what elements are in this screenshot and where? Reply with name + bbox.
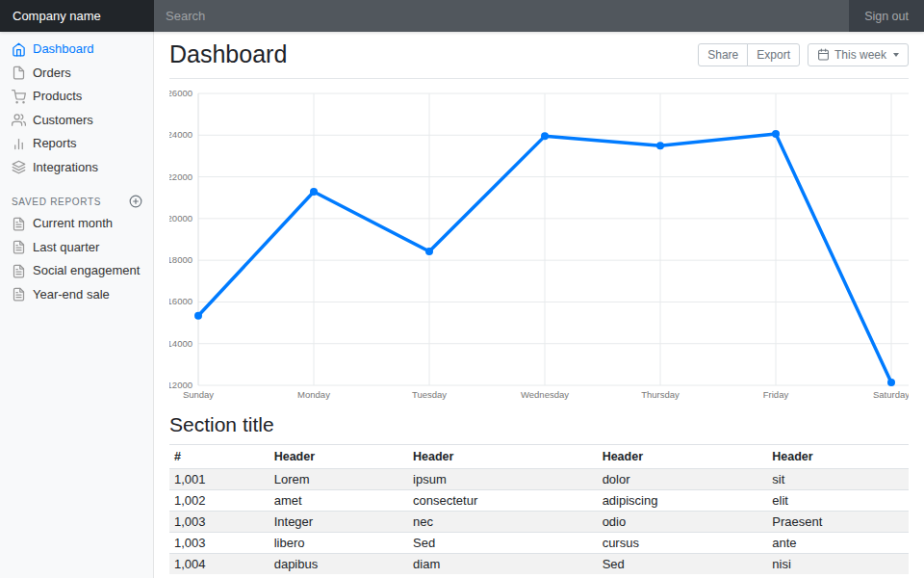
table-header-cell: Header xyxy=(767,445,909,469)
caret-down-icon xyxy=(893,53,899,57)
share-button[interactable]: Share xyxy=(698,43,748,66)
sidebar-item-customers[interactable]: Customers xyxy=(0,109,154,133)
table-cell: nisi xyxy=(767,554,909,575)
table-cell: consectetur xyxy=(408,490,598,512)
saved-reports-nav: Current monthLast quarterSocial engageme… xyxy=(0,212,154,306)
calendar-icon xyxy=(817,48,830,61)
file-text-icon xyxy=(12,264,26,278)
sidebar-item-products[interactable]: Products xyxy=(0,85,154,109)
period-label: This week xyxy=(834,47,886,63)
x-tick-label: Wednesday xyxy=(521,389,569,400)
sidebar-item-current-month[interactable]: Current month xyxy=(0,212,154,236)
table-cell: dolor xyxy=(598,469,768,490)
sidebar-item-label: Social engagement xyxy=(33,263,140,279)
sidebar-item-orders[interactable]: Orders xyxy=(0,62,154,86)
table-header-cell: Header xyxy=(598,445,768,469)
sidebar-item-integrations[interactable]: Integrations xyxy=(0,156,154,180)
sidebar: DashboardOrdersProductsCustomersReportsI… xyxy=(0,32,154,578)
x-tick-label: Saturday xyxy=(873,389,909,400)
toolbar: Share Export This week xyxy=(698,43,909,66)
sidebar-item-label: Last quarter xyxy=(33,240,99,256)
chart-data-point xyxy=(656,143,664,150)
sidebar-item-label: Current month xyxy=(33,216,113,232)
table-cell: adipiscing xyxy=(598,490,768,512)
y-tick-label: 16000 xyxy=(169,297,192,307)
page-header: Dashboard Share Export This week xyxy=(169,38,909,79)
table-cell: diam xyxy=(408,554,598,575)
y-tick-label: 24000 xyxy=(169,130,192,141)
table-cell: dapibus xyxy=(270,554,408,575)
search-input[interactable] xyxy=(154,0,849,32)
sidebar-nav: DashboardOrdersProductsCustomersReportsI… xyxy=(0,38,154,179)
chart-data-point xyxy=(772,130,780,138)
chart-data-point xyxy=(541,133,549,141)
sidebar-item-label: Reports xyxy=(33,136,77,152)
sidebar-item-label: Integrations xyxy=(33,160,98,176)
line-chart-svg: 1200014000160001800020000220002400026000… xyxy=(169,87,909,400)
chart-data-point xyxy=(425,248,433,255)
home-icon xyxy=(12,42,26,57)
y-tick-label: 26000 xyxy=(169,88,192,98)
top-navbar: Company name Sign out xyxy=(0,0,924,32)
brand-link[interactable]: Company name xyxy=(0,0,154,32)
saved-reports-header: Saved reports xyxy=(0,179,154,212)
x-tick-label: Thursday xyxy=(641,389,680,400)
y-tick-label: 22000 xyxy=(169,171,192,182)
table-row: 1,004dapibusdiamSednisi xyxy=(169,554,909,575)
line-chart: 1200014000160001800020000220002400026000… xyxy=(169,87,909,400)
table-header-row: #HeaderHeaderHeaderHeader xyxy=(169,445,909,469)
table-row: 1,001Loremipsumdolorsit xyxy=(169,469,909,490)
table-cell: Integer xyxy=(270,512,408,533)
shopping-cart-icon xyxy=(12,90,26,104)
sidebar-item-reports[interactable]: Reports xyxy=(0,132,154,156)
chart-data-point xyxy=(310,188,318,196)
x-tick-label: Sunday xyxy=(183,389,214,400)
chart-data-point xyxy=(194,312,202,320)
table-cell: Praesent xyxy=(767,512,909,533)
table-header-cell: Header xyxy=(270,445,408,469)
x-tick-label: Monday xyxy=(297,389,330,400)
table-cell: nec xyxy=(408,512,598,533)
sidebar-item-dashboard[interactable]: Dashboard xyxy=(0,38,154,62)
table-cell: 1,001 xyxy=(169,469,270,490)
file-text-icon xyxy=(12,287,26,302)
table-cell: ipsum xyxy=(408,469,598,490)
table-cell: libero xyxy=(270,533,408,554)
users-icon xyxy=(12,113,26,127)
x-tick-label: Tuesday xyxy=(412,389,447,400)
file-text-icon xyxy=(12,217,26,231)
table-cell: elit xyxy=(767,490,909,512)
table-cell: 1,003 xyxy=(169,512,270,533)
table-row: 1,003liberoSedcursusante xyxy=(169,533,909,554)
period-dropdown-button[interactable]: This week xyxy=(808,43,909,66)
table-header-cell: # xyxy=(169,445,270,469)
export-button[interactable]: Export xyxy=(747,43,800,66)
sidebar-item-last-quarter[interactable]: Last quarter xyxy=(0,236,154,260)
table-cell: 1,004 xyxy=(169,554,270,575)
main-content: Dashboard Share Export This week 1200014… xyxy=(154,32,924,578)
x-tick-label: Friday xyxy=(763,389,789,400)
sidebar-item-label: Orders xyxy=(33,66,71,82)
sidebar-item-social-engagement[interactable]: Social engagement xyxy=(0,259,154,283)
section-title: Section title xyxy=(169,413,909,436)
table-row: 1,003IntegernecodioPraesent xyxy=(169,512,909,533)
file-text-icon xyxy=(12,240,26,254)
table-cell: odio xyxy=(598,512,768,533)
sidebar-item-label: Customers xyxy=(33,113,93,129)
table-cell: sit xyxy=(767,469,909,490)
table-cell: cursus xyxy=(598,533,768,554)
data-table: #HeaderHeaderHeaderHeader 1,001Loremipsu… xyxy=(169,444,909,574)
y-tick-label: 20000 xyxy=(169,213,192,223)
table-cell: Sed xyxy=(408,533,598,554)
table-cell: amet xyxy=(270,490,408,512)
sidebar-item-label: Dashboard xyxy=(33,41,94,58)
table-row: 1,002ametconsecteturadipiscingelit xyxy=(169,490,909,512)
sidebar-item-year-end-sale[interactable]: Year-end sale xyxy=(0,283,154,307)
sidebar-item-label: Year-end sale xyxy=(33,287,110,303)
share-export-group: Share Export xyxy=(698,43,800,66)
chart-data-point xyxy=(887,379,895,386)
table-header-cell: Header xyxy=(408,445,598,469)
plus-circle-icon[interactable] xyxy=(129,195,142,208)
sign-out-link[interactable]: Sign out xyxy=(849,0,924,32)
sidebar-item-label: Products xyxy=(33,89,82,105)
